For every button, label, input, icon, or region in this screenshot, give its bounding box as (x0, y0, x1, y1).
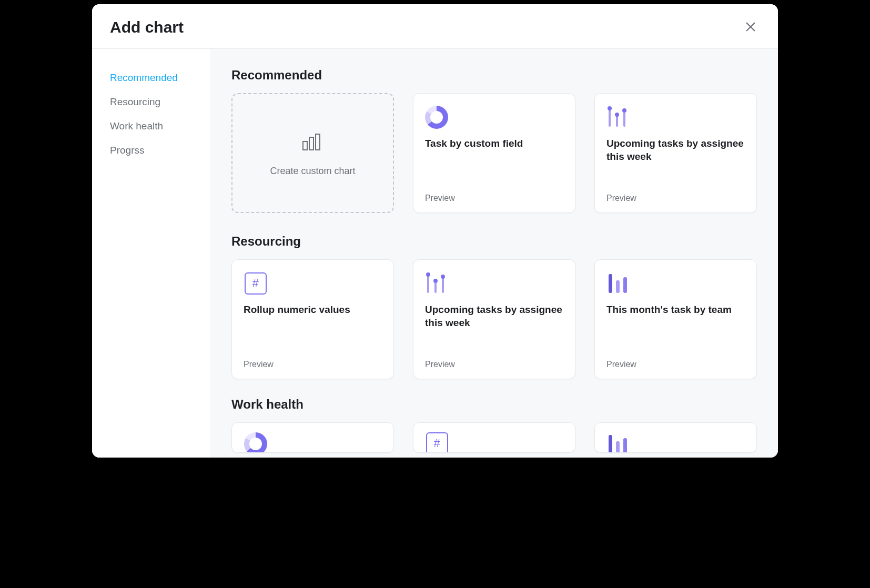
modal-header: Add chart (92, 4, 778, 49)
card-this-months-task-by-team[interactable]: This month's task by team Preview (594, 259, 757, 379)
card-upcoming-tasks-by-assignee-2[interactable]: Upcoming tasks by assignee this week Pre… (413, 259, 575, 379)
card-row-resourcing: # Rollup numeric values Preview Upco (231, 259, 757, 379)
preview-link[interactable]: Preview (244, 360, 382, 369)
bar-chart-icon (606, 271, 630, 295)
card-title: Task by custom field (425, 137, 563, 150)
card-title: Rollup numeric values (244, 303, 382, 317)
sidebar-item-progress[interactable]: Progrss (110, 138, 210, 163)
svg-rect-2 (303, 141, 307, 150)
close-button[interactable] (741, 18, 760, 37)
card-row-work-health: # (231, 422, 757, 453)
donut-chart-icon (244, 432, 267, 453)
card-upcoming-tasks-by-assignee[interactable]: Upcoming tasks by assignee this week Pre… (594, 93, 757, 213)
preview-link[interactable]: Preview (425, 360, 563, 369)
modal-title: Add chart (110, 18, 184, 36)
lollipop-chart-icon (425, 271, 449, 295)
close-icon (745, 21, 756, 34)
card-title: Upcoming tasks by assignee this week (606, 137, 745, 163)
create-custom-chart-card[interactable]: Create custom chart (231, 93, 394, 213)
content-area: Recommended Create custom chart Task by … (210, 49, 778, 458)
card-task-by-custom-field[interactable]: Task by custom field Preview (413, 93, 575, 213)
svg-rect-4 (316, 134, 320, 150)
card-row-recommended: Create custom chart Task by custom field… (231, 93, 757, 213)
card-title: Upcoming tasks by assignee this week (425, 303, 563, 329)
bar-chart-outline-icon (301, 130, 324, 155)
add-chart-modal: Add chart Recommended Resourcing Work he… (92, 4, 778, 458)
section-title-resourcing: Resourcing (231, 234, 757, 249)
card-work-health-1[interactable] (231, 422, 394, 453)
lollipop-chart-icon (606, 105, 630, 129)
sidebar-item-recommended[interactable]: Recommended (110, 66, 210, 90)
section-title-recommended: Recommended (231, 68, 757, 83)
preview-link[interactable]: Preview (425, 194, 563, 203)
card-rollup-numeric-values[interactable]: # Rollup numeric values Preview (231, 259, 394, 379)
modal-body: Recommended Resourcing Work health Progr… (92, 49, 778, 458)
section-title-work-health: Work health (231, 397, 757, 412)
sidebar-item-resourcing[interactable]: Resourcing (110, 90, 210, 114)
card-title: This month's task by team (606, 303, 745, 317)
preview-link[interactable]: Preview (606, 194, 745, 203)
hash-icon: # (425, 432, 449, 453)
svg-rect-3 (309, 137, 313, 150)
bar-chart-icon (606, 432, 630, 453)
card-work-health-3[interactable] (594, 422, 757, 453)
preview-link[interactable]: Preview (606, 360, 745, 369)
sidebar-item-work-health[interactable]: Work health (110, 114, 210, 138)
hash-icon: # (244, 271, 267, 295)
sidebar: Recommended Resourcing Work health Progr… (92, 49, 210, 458)
card-work-health-2[interactable]: # (413, 422, 575, 453)
donut-chart-icon (425, 105, 449, 129)
create-card-label: Create custom chart (270, 166, 355, 177)
